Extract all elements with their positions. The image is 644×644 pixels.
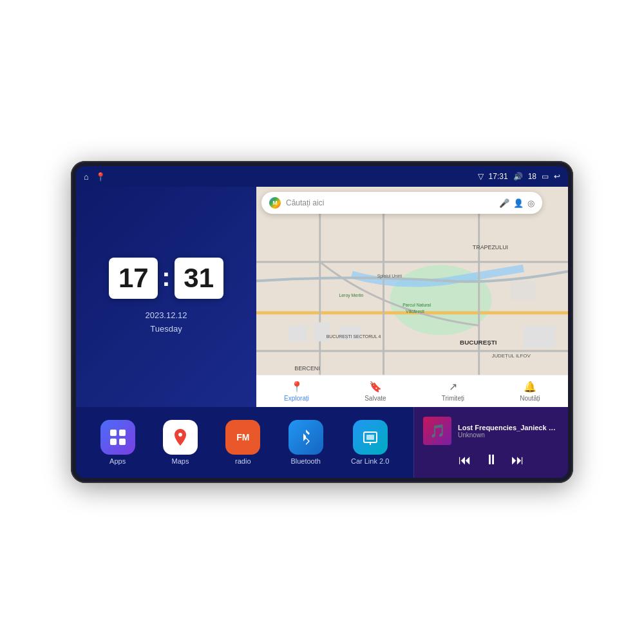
map-panel[interactable]: TRAPEZULUI BUCUREȘTI JUDEȚUL ILFOV BERCE… bbox=[256, 187, 568, 407]
bluetooth-icon bbox=[289, 420, 323, 455]
svg-text:TRAPEZULUI: TRAPEZULUI bbox=[473, 244, 508, 251]
prev-button[interactable]: ⏮ bbox=[459, 453, 471, 468]
clock-display: 17 : 31 bbox=[109, 258, 223, 299]
layers-icon[interactable]: ◎ bbox=[527, 198, 535, 208]
music-thumbnail: 🎵 bbox=[423, 417, 451, 445]
radio-icon: FM bbox=[225, 420, 260, 455]
app-item-maps[interactable]: Maps bbox=[163, 420, 198, 465]
map-nav-saved[interactable]: 🔖 Salvate bbox=[365, 381, 386, 402]
send-label: Trimiteți bbox=[442, 395, 464, 402]
music-details: Lost Frequencies_Janieck Devy-... Unknow… bbox=[458, 424, 559, 439]
svg-text:Leroy Merlin: Leroy Merlin bbox=[339, 293, 363, 298]
news-label: Noutăți bbox=[520, 395, 540, 402]
svg-text:JUDEȚUL ILFOV: JUDEȚUL ILFOV bbox=[491, 353, 531, 359]
saved-label: Salvate bbox=[365, 395, 386, 402]
music-artist: Unknown bbox=[458, 431, 559, 439]
battery-icon: ▭ bbox=[542, 172, 549, 181]
maps-logo: M bbox=[269, 197, 281, 209]
clock-hour: 17 bbox=[109, 258, 158, 299]
svg-text:Splaiul Unirii: Splaiul Unirii bbox=[377, 274, 402, 279]
svg-rect-25 bbox=[110, 439, 117, 445]
status-left: ⌂ 📍 bbox=[84, 172, 106, 182]
home-icon[interactable]: ⌂ bbox=[84, 172, 89, 182]
status-bar: ⌂ 📍 ▽ 17:31 🔊 18 ▭ ↩ bbox=[76, 166, 568, 187]
apps-label: Apps bbox=[109, 457, 126, 465]
carlink-label: Car Link 2.0 bbox=[351, 457, 389, 465]
apps-bar: Apps Maps FM radi bbox=[76, 407, 413, 478]
svg-text:BUCUREȘTI: BUCUREȘTI bbox=[460, 339, 497, 346]
mic-icon[interactable]: 🎤 bbox=[499, 198, 509, 208]
volume-icon: 🔊 bbox=[513, 172, 523, 181]
bluetooth-label: Bluetooth bbox=[290, 457, 320, 465]
map-nav-explore[interactable]: 📍 Explorați bbox=[284, 381, 309, 402]
status-right: ▽ 17:31 🔊 18 ▭ ↩ bbox=[478, 172, 560, 181]
bottom-section: Apps Maps FM radi bbox=[76, 407, 568, 478]
svg-text:BUCUREȘTI SECTORUL 4: BUCUREȘTI SECTORUL 4 bbox=[327, 334, 381, 339]
clock-date: 2023.12.12 Tuesday bbox=[145, 309, 187, 336]
saved-icon: 🔖 bbox=[369, 381, 382, 393]
clock-minute: 31 bbox=[175, 258, 223, 299]
map-nav-news[interactable]: 🔔 Noutăți bbox=[520, 381, 540, 402]
svg-rect-28 bbox=[366, 435, 374, 440]
svg-rect-26 bbox=[119, 439, 126, 445]
music-title: Lost Frequencies_Janieck Devy-... bbox=[458, 424, 559, 431]
map-search-text: Căutați aici bbox=[286, 198, 494, 207]
map-search-icons: 🎤 👤 ◎ bbox=[499, 198, 535, 208]
maps-icon bbox=[163, 420, 198, 455]
svg-text:Văcărești: Văcărești bbox=[406, 309, 424, 314]
back-icon[interactable]: ↩ bbox=[554, 172, 560, 181]
svg-rect-8 bbox=[288, 325, 307, 341]
carlink-icon bbox=[353, 420, 388, 455]
explore-label: Explorați bbox=[284, 395, 309, 402]
signal-icon: ▽ bbox=[478, 172, 484, 181]
device-frame: ⌂ 📍 ▽ 17:31 🔊 18 ▭ ↩ 17 : bbox=[71, 161, 573, 483]
app-item-apps[interactable]: Apps bbox=[100, 420, 135, 465]
top-section: 17 : 31 2023.12.12 Tuesday bbox=[76, 187, 568, 407]
music-panel: 🎵 Lost Frequencies_Janieck Devy-... Unkn… bbox=[413, 407, 568, 478]
play-pause-button[interactable]: ⏸ bbox=[484, 451, 498, 468]
svg-rect-23 bbox=[110, 430, 117, 436]
map-svg: TRAPEZULUI BUCUREȘTI JUDEȚUL ILFOV BERCE… bbox=[256, 187, 568, 407]
svg-text:Parcul Natural: Parcul Natural bbox=[402, 303, 431, 307]
svg-rect-24 bbox=[119, 430, 126, 436]
account-icon[interactable]: 👤 bbox=[513, 198, 524, 208]
map-search-bar[interactable]: M Căutați aici 🎤 👤 ◎ bbox=[261, 192, 542, 214]
svg-rect-12 bbox=[524, 325, 555, 348]
send-icon: ↗ bbox=[449, 381, 457, 393]
app-item-radio[interactable]: FM radio bbox=[225, 420, 260, 465]
svg-text:BERCENI: BERCENI bbox=[294, 365, 319, 372]
apps-icon bbox=[100, 420, 135, 455]
app-item-bluetooth[interactable]: Bluetooth bbox=[289, 420, 323, 465]
radio-label: radio bbox=[235, 457, 251, 465]
app-item-carlink[interactable]: Car Link 2.0 bbox=[351, 420, 389, 465]
svg-rect-11 bbox=[511, 281, 536, 300]
map-nav-bar: 📍 Explorați 🔖 Salvate ↗ Trimiteți 🔔 bbox=[256, 375, 568, 407]
map-nav-send[interactable]: ↗ Trimiteți bbox=[442, 381, 464, 402]
main-content: 17 : 31 2023.12.12 Tuesday bbox=[76, 187, 568, 478]
music-controls: ⏮ ⏸ ⏭ bbox=[423, 451, 559, 468]
next-button[interactable]: ⏭ bbox=[511, 453, 524, 468]
news-icon: 🔔 bbox=[524, 381, 536, 393]
maps-pin-icon[interactable]: 📍 bbox=[95, 172, 106, 182]
explore-icon: 📍 bbox=[290, 381, 303, 393]
clock-separator: : bbox=[162, 264, 170, 290]
clock-panel: 17 : 31 2023.12.12 Tuesday bbox=[76, 187, 256, 407]
maps-label: Maps bbox=[172, 457, 189, 465]
time-display: 17:31 bbox=[489, 172, 508, 181]
music-info: 🎵 Lost Frequencies_Janieck Devy-... Unkn… bbox=[423, 417, 559, 445]
volume-level: 18 bbox=[528, 172, 536, 181]
device-screen: ⌂ 📍 ▽ 17:31 🔊 18 ▭ ↩ 17 : bbox=[76, 166, 568, 478]
